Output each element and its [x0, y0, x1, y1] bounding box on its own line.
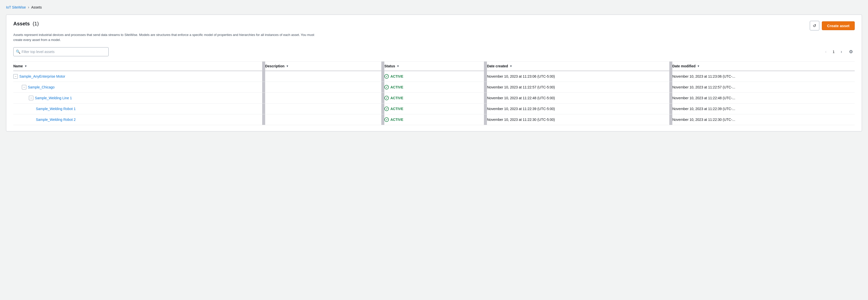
- status-label: ACTIVE: [390, 96, 403, 100]
- breadcrumb-current: Assets: [31, 5, 42, 9]
- filter-row: 🔍 ‹ 1 › ⚙: [13, 47, 855, 56]
- col-header-name: Name ▼: [13, 61, 262, 71]
- next-page-button[interactable]: ›: [838, 48, 845, 56]
- status-label: ACTIVE: [390, 74, 403, 78]
- refresh-icon: ↺: [813, 23, 816, 28]
- status-badge: ✓ACTIVE: [384, 107, 481, 111]
- pagination-row: ‹ 1 › ⚙: [822, 48, 855, 56]
- breadcrumb-separator: ›: [28, 5, 29, 9]
- status-cell: ✓ACTIVE: [384, 114, 484, 125]
- breadcrumb-parent-link[interactable]: IoT SiteWise: [6, 5, 26, 9]
- asset-name-link[interactable]: Sample_Chicago: [28, 85, 55, 89]
- active-status-icon: ✓: [384, 85, 389, 89]
- asset-name-link[interactable]: Sample_Welding Robot 1: [36, 107, 76, 111]
- date-created-cell: November 10, 2023 at 11:22:48 (UTC-5:00): [487, 93, 669, 104]
- col-header-date-created: Date created ▼: [487, 61, 669, 71]
- status-badge: ✓ACTIVE: [384, 117, 481, 122]
- search-input[interactable]: [13, 47, 108, 56]
- status-label: ACTIVE: [390, 107, 403, 111]
- date-modified-cell: November 10, 2023 at 11:22:57 (UTC-...: [672, 82, 855, 93]
- description-cell: [265, 104, 381, 114]
- date-modified-cell: November 10, 2023 at 11:22:39 (UTC-...: [672, 104, 855, 114]
- status-cell: ✓ACTIVE: [384, 82, 484, 93]
- status-label: ACTIVE: [390, 85, 403, 89]
- col-header-date-modified: Date modified ▼: [672, 61, 855, 71]
- table-row: −Sample_AnyEnterprise Motor✓ACTIVENovemb…: [13, 71, 855, 82]
- tree-expand-icon[interactable]: −: [29, 96, 33, 100]
- table-settings-button[interactable]: ⚙: [847, 48, 855, 56]
- table-row: −Sample_Chicago✓ACTIVENovember 10, 2023 …: [13, 82, 855, 93]
- refresh-button[interactable]: ↺: [810, 21, 819, 30]
- panel-description: Assets represent industrial devices and …: [13, 32, 314, 42]
- description-cell: [265, 93, 381, 104]
- asset-name-link[interactable]: Sample_Welding Robot 2: [36, 117, 76, 121]
- assets-table: Name ▼ Description ▼ Status ▼: [13, 61, 855, 125]
- panel-title: Assets: [13, 21, 30, 27]
- col-divider-4: [669, 61, 672, 71]
- panel-actions: ↺ Create asset: [810, 21, 855, 30]
- status-cell: ✓ACTIVE: [384, 104, 484, 114]
- panel-title-row: Assets (1): [13, 21, 39, 27]
- name-cell: Sample_Welding Robot 2: [13, 117, 259, 121]
- asset-name-link[interactable]: Sample_Welding Line 1: [35, 96, 72, 100]
- status-badge: ✓ACTIVE: [384, 85, 481, 89]
- active-status-icon: ✓: [384, 107, 389, 111]
- name-cell: Sample_Welding Robot 1: [13, 107, 259, 111]
- sort-icon-status[interactable]: ▼: [397, 64, 399, 67]
- date-created-cell: November 10, 2023 at 11:23:06 (UTC-5:00): [487, 71, 669, 82]
- page-number: 1: [832, 50, 836, 54]
- date-modified-cell: November 10, 2023 at 11:22:48 (UTC-...: [672, 93, 855, 104]
- description-cell: [265, 71, 381, 82]
- sort-icon-description[interactable]: ▼: [286, 64, 289, 67]
- col-header-description: Description ▼: [265, 61, 381, 71]
- breadcrumb: IoT SiteWise › Assets: [6, 5, 862, 9]
- active-status-icon: ✓: [384, 96, 389, 100]
- col-divider-1: [262, 61, 265, 71]
- date-created-cell: November 10, 2023 at 11:22:57 (UTC-5:00): [487, 82, 669, 93]
- table-header-row: Name ▼ Description ▼ Status ▼: [13, 61, 855, 71]
- name-cell: −Sample_AnyEnterprise Motor: [13, 74, 259, 79]
- prev-page-button[interactable]: ‹: [822, 48, 830, 56]
- tree-expand-icon[interactable]: −: [13, 74, 18, 79]
- description-cell: [265, 114, 381, 125]
- col-header-status: Status ▼: [384, 61, 484, 71]
- name-cell: −Sample_Chicago: [13, 85, 259, 89]
- table-row: Sample_Welding Robot 1✓ACTIVENovember 10…: [13, 104, 855, 114]
- asset-name-link[interactable]: Sample_AnyEnterprise Motor: [19, 74, 65, 78]
- create-asset-button[interactable]: Create asset: [822, 21, 855, 30]
- col-divider-3: [484, 61, 487, 71]
- col-divider-2: [381, 61, 384, 71]
- status-label: ACTIVE: [390, 117, 403, 121]
- date-modified-cell: November 10, 2023 at 11:23:06 (UTC-...: [672, 71, 855, 82]
- active-status-icon: ✓: [384, 74, 389, 79]
- status-badge: ✓ACTIVE: [384, 74, 481, 79]
- search-wrapper: 🔍: [13, 47, 108, 56]
- table-row: −Sample_Welding Line 1✓ACTIVENovember 10…: [13, 93, 855, 104]
- status-cell: ✓ACTIVE: [384, 71, 484, 82]
- date-modified-cell: November 10, 2023 at 11:22:30 (UTC-...: [672, 114, 855, 125]
- panel-header: Assets (1) ↺ Create asset: [13, 21, 855, 30]
- active-status-icon: ✓: [384, 117, 389, 122]
- sort-icon-date-modified[interactable]: ▼: [697, 64, 700, 67]
- sort-icon-name[interactable]: ▼: [24, 64, 27, 67]
- status-cell: ✓ACTIVE: [384, 93, 484, 104]
- panel-count: (1): [31, 21, 39, 27]
- tree-expand-icon[interactable]: −: [22, 85, 26, 89]
- description-cell: [265, 82, 381, 93]
- table-row: Sample_Welding Robot 2✓ACTIVENovember 10…: [13, 114, 855, 125]
- sort-icon-date-created[interactable]: ▼: [509, 64, 512, 67]
- status-badge: ✓ACTIVE: [384, 96, 481, 100]
- name-cell: −Sample_Welding Line 1: [13, 96, 259, 100]
- date-created-cell: November 10, 2023 at 11:22:30 (UTC-5:00): [487, 114, 669, 125]
- assets-panel: Assets (1) ↺ Create asset Assets represe…: [6, 15, 862, 131]
- date-created-cell: November 10, 2023 at 11:22:39 (UTC-5:00): [487, 104, 669, 114]
